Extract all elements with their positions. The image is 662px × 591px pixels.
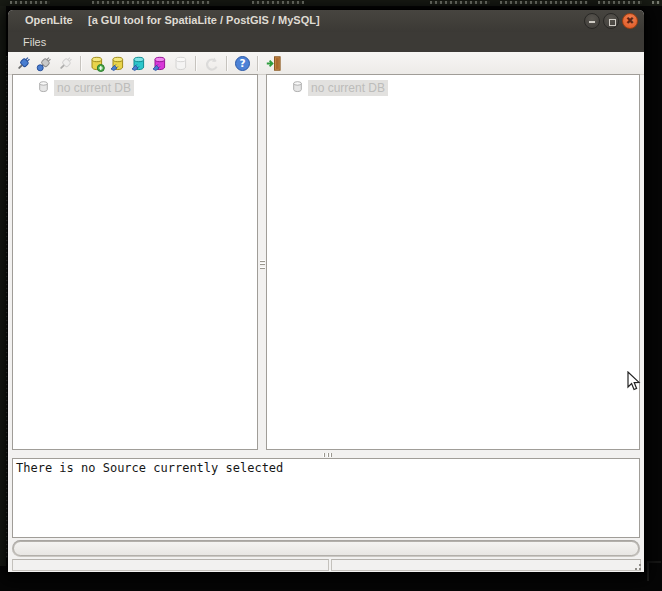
plug-gray-icon [57, 55, 74, 72]
tree-item-no-current-db-right[interactable]: no current DB [267, 79, 388, 96]
help-about-button[interactable]: ? [232, 54, 253, 73]
db-gray-icon [172, 55, 189, 72]
svg-text:?: ? [239, 57, 245, 69]
help-blue-icon: ? [234, 55, 251, 72]
plug-blue-icon [15, 55, 32, 72]
toolbar: ? [8, 52, 644, 75]
window-app-name: OpenLite [25, 14, 73, 26]
splitter-grip [323, 453, 332, 457]
source-tree-panel-right[interactable]: no current DB [266, 74, 640, 450]
desktop-background: OpenLite [a GUI tool for SpatiaLite / Po… [0, 0, 662, 591]
menu-files[interactable]: Files [18, 35, 51, 49]
create-new-sqlite-db-button[interactable] [86, 54, 107, 73]
db-magenta-plug-icon [151, 55, 168, 72]
db-cyan-plug-icon [130, 55, 147, 72]
background-window-remnant-corner [647, 561, 661, 581]
scrollbar-thumb[interactable] [13, 541, 639, 556]
db-yellow-plus-icon [88, 55, 105, 72]
tree-item-no-current-db-left[interactable]: no current DB [13, 79, 134, 96]
statusbar [8, 559, 644, 572]
connect-postgis-db-button[interactable] [128, 54, 149, 73]
close-button[interactable]: ✖ [622, 13, 638, 29]
toolbar-separator [80, 56, 82, 71]
tree-item-label: no current DB [308, 80, 388, 96]
close-icon: ✖ [623, 14, 637, 28]
tree-item-label: no current DB [54, 80, 134, 96]
menubar: Files [8, 32, 644, 52]
horizontal-scrollbar[interactable] [12, 540, 640, 557]
minimize-icon [589, 21, 595, 23]
source-tree-panel-left[interactable]: no current DB [12, 74, 258, 450]
db-cylinder-icon [37, 79, 50, 97]
quit-button[interactable] [263, 54, 284, 73]
horizontal-splitter[interactable] [8, 450, 644, 458]
statusbar-left-cell [12, 559, 329, 571]
vertical-splitter[interactable] [258, 74, 266, 450]
openlite-window: OpenLite [a GUI tool for SpatiaLite / Po… [8, 10, 644, 572]
exit-door-icon [265, 55, 282, 72]
maximize-icon [609, 19, 616, 26]
connect-sqlite-db-button[interactable] [107, 54, 128, 73]
statusbar-right-cell [331, 559, 641, 571]
db-yellow-plug-icon [109, 55, 126, 72]
toolbar-separator [195, 56, 197, 71]
background-window-remnant-top [0, 0, 662, 6]
window-title-suffix: [a GUI tool for SpatiaLite / PostGIS / M… [88, 14, 320, 26]
resize-grip[interactable] [631, 560, 642, 571]
window-controls: ✖ [584, 13, 638, 29]
plug-eject-icon [36, 55, 53, 72]
connect-mysql-db-button[interactable] [149, 54, 170, 73]
console-message: There is no Source currently selected [16, 461, 283, 475]
message-console[interactable]: There is no Source currently selected [12, 458, 640, 538]
detach-db-button[interactable] [55, 54, 76, 73]
toolbar-separator [257, 56, 259, 71]
connect-db-button[interactable] [13, 54, 34, 73]
minimize-button[interactable] [584, 13, 600, 29]
toolbar-buttons: ? [13, 53, 284, 73]
db-cylinder-icon [291, 79, 304, 97]
titlebar[interactable]: OpenLite [a GUI tool for SpatiaLite / Po… [8, 10, 644, 33]
memory-db-button[interactable] [170, 54, 191, 73]
splitter-grip [260, 260, 265, 269]
maximize-button[interactable] [603, 13, 619, 29]
refresh-button[interactable] [201, 54, 222, 73]
refresh-gray-icon [203, 55, 220, 72]
disconnect-db-button[interactable] [34, 54, 55, 73]
toolbar-separator [226, 56, 228, 71]
